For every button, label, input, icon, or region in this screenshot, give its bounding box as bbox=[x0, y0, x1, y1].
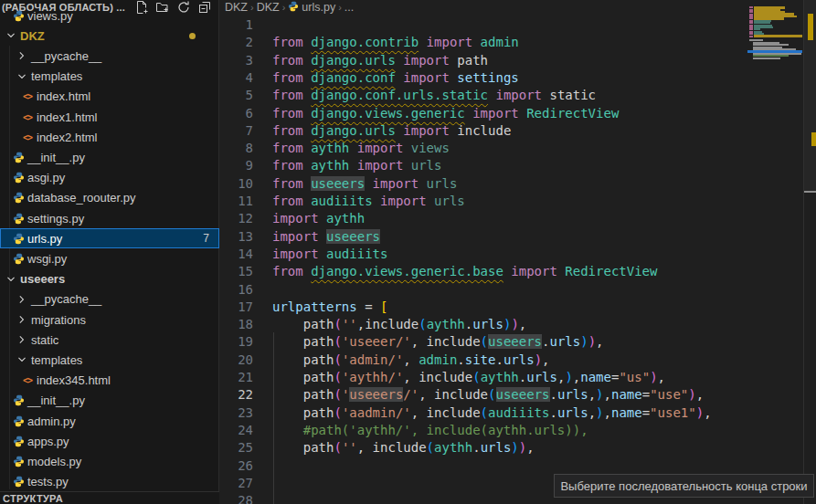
line-number: 3 bbox=[220, 52, 253, 69]
code-line-15[interactable]: 15from django.views.generic.base import … bbox=[220, 263, 805, 280]
code-line-26[interactable]: 26 bbox=[220, 457, 805, 475]
tree-item-index1.html[interactable]: <>index1.html bbox=[0, 107, 219, 127]
tree-item-label: templates bbox=[31, 69, 82, 83]
tree-item-wsgi.py[interactable]: wsgi.py bbox=[0, 248, 219, 268]
tree-item-views.py[interactable]: views.py bbox=[0, 5, 219, 26]
minimap[interactable] bbox=[749, 0, 802, 504]
tree-item-templates[interactable]: templates bbox=[0, 67, 219, 87]
code-line-8[interactable]: 8from aythh import views bbox=[220, 140, 805, 157]
code-line-2[interactable]: 2from django.contrib import admin bbox=[220, 34, 805, 51]
scrollbar-slider-edge bbox=[804, 191, 816, 193]
code-line-17[interactable]: 17urlpatterns = [ bbox=[220, 299, 805, 316]
code-line-20[interactable]: 20 path('admin/', admin.site.urls), bbox=[220, 352, 805, 369]
tree-item-settings.py[interactable]: settings.py bbox=[0, 208, 219, 228]
tree-item-label: index.html bbox=[37, 89, 90, 103]
tree-item-DKZ[interactable]: DKZ bbox=[0, 26, 219, 46]
breadcrumb-item-...[interactable]: ... bbox=[344, 1, 354, 14]
breadcrumb-item-DKZ[interactable]: DKZ bbox=[225, 1, 248, 14]
code-line-4[interactable]: 4from django.conf import settings bbox=[220, 69, 805, 87]
tree-item-tests.py[interactable]: tests.py bbox=[0, 472, 219, 491]
code-line-12[interactable]: 12import aythh bbox=[220, 210, 805, 227]
code-line-3[interactable]: 3from django.urls import path bbox=[220, 52, 805, 69]
code-area[interactable]: 12from django.contrib import admin3from … bbox=[220, 16, 816, 504]
breadcrumb-separator: › bbox=[250, 2, 254, 13]
code-text: from django.conf.urls.static import stat… bbox=[272, 87, 596, 104]
breadcrumb-label: DKZ bbox=[225, 1, 248, 14]
eol-sequence-tooltip: Выберите последовательность конца строки bbox=[554, 474, 814, 498]
tree-item-models.py[interactable]: models.py bbox=[0, 451, 219, 471]
tree-item-label: __init__.py bbox=[27, 151, 85, 164]
code-line-18[interactable]: 18 path('',include(aythh.urls)), bbox=[220, 316, 805, 333]
line-number: 10 bbox=[220, 175, 253, 193]
tree-item-urls.py[interactable]: urls.py7 bbox=[0, 228, 219, 248]
line-number: 14 bbox=[220, 246, 253, 263]
tree-item-asgi.py[interactable]: asgi.py bbox=[0, 168, 219, 188]
tree-item-__pycache__[interactable]: __pycache__ bbox=[0, 289, 219, 310]
tree-item-label: __init__.py bbox=[27, 394, 85, 407]
code-line-23[interactable]: 23 path('aadmin/', include(audiiits.urls… bbox=[220, 404, 805, 422]
tree-item-__init__.py[interactable]: __init__.py bbox=[0, 147, 219, 167]
code-line-24[interactable]: 24 #path('aythh/', include(aythh.urls)), bbox=[220, 422, 805, 439]
scrollbar[interactable] bbox=[803, 0, 816, 504]
python-file-icon bbox=[11, 191, 26, 205]
outline-title: СТРУКТУРА bbox=[0, 493, 63, 504]
chevron-right-icon bbox=[15, 292, 29, 307]
line-number: 24 bbox=[220, 422, 253, 439]
code-text: import aythh bbox=[272, 210, 365, 227]
tree-item-__init__.py[interactable]: __init__.py bbox=[0, 391, 219, 411]
code-text: from django.views.generic import Redirec… bbox=[272, 105, 619, 122]
tree-item-static[interactable]: static bbox=[0, 330, 219, 350]
html-file-icon: <> bbox=[20, 110, 35, 124]
code-line-11[interactable]: 11from audiiits import urls bbox=[220, 193, 805, 210]
code-line-25[interactable]: 25 path('', include(aythh.urls)), bbox=[220, 439, 805, 457]
python-file-icon bbox=[11, 251, 26, 266]
overview-warning-marker bbox=[808, 14, 813, 40]
line-number: 26 bbox=[220, 457, 253, 475]
code-line-9[interactable]: 9from aythh import urls bbox=[220, 157, 805, 174]
tree-item-label: models.py bbox=[27, 455, 81, 468]
code-text: from aythh import urls bbox=[272, 157, 441, 174]
tree-item-index.html[interactable]: <>index.html bbox=[0, 87, 219, 107]
tree-item-useeers[interactable]: useeers bbox=[0, 269, 219, 289]
outline-section-header[interactable]: СТРУКТУРА bbox=[0, 491, 219, 504]
breadcrumb-item-urls.py[interactable]: urls.py bbox=[288, 1, 335, 15]
code-line-6[interactable]: 6from django.views.generic import Redire… bbox=[220, 105, 805, 122]
tree-item-label: tests.py bbox=[27, 475, 69, 488]
code-line-5[interactable]: 5from django.conf.urls.static import sta… bbox=[220, 87, 805, 104]
python-file-icon bbox=[11, 150, 26, 164]
chevron-down-icon bbox=[4, 272, 18, 287]
tree-item-apps.py[interactable]: apps.py bbox=[0, 431, 219, 451]
chevron-down-icon bbox=[15, 69, 29, 84]
code-line-16[interactable]: 16 bbox=[220, 281, 805, 299]
line-number: 11 bbox=[220, 193, 253, 210]
code-line-13[interactable]: 13import useeers bbox=[220, 228, 805, 246]
code-line-7[interactable]: 7from django.urls import include bbox=[220, 122, 805, 140]
code-editor[interactable]: DKZ›DKZ›urls.py›... 12from django.contri… bbox=[220, 0, 816, 504]
tree-item-admin.py[interactable]: admin.py bbox=[0, 411, 219, 431]
tree-item-index2.html[interactable]: <>index2.html bbox=[0, 127, 219, 147]
tree-item-label: migrations bbox=[31, 313, 86, 327]
line-number: 27 bbox=[220, 475, 253, 492]
line-number: 9 bbox=[220, 157, 253, 174]
code-line-10[interactable]: 10from useeers import urls bbox=[220, 175, 805, 193]
code-text: from django.urls import include bbox=[272, 122, 511, 140]
line-number: 19 bbox=[220, 333, 253, 351]
line-number: 6 bbox=[220, 105, 253, 122]
tree-item-index345.html[interactable]: <>index345.html bbox=[0, 371, 219, 391]
tree-item-label: index345.html bbox=[37, 373, 111, 387]
code-line-19[interactable]: 19 path('useeer/', include(useeers.urls)… bbox=[220, 333, 805, 351]
line-number: 8 bbox=[220, 140, 253, 157]
code-line-14[interactable]: 14import audiiits bbox=[220, 246, 805, 263]
line-number: 18 bbox=[220, 316, 253, 333]
line-number: 28 bbox=[220, 492, 253, 504]
tree-item-database_roouter.py[interactable]: database_roouter.py bbox=[0, 188, 219, 208]
tree-item-migrations[interactable]: migrations bbox=[0, 310, 219, 330]
html-file-icon: <> bbox=[20, 89, 35, 104]
tree-item-templates[interactable]: templates bbox=[0, 350, 219, 370]
code-line-1[interactable]: 1 bbox=[220, 16, 805, 34]
breadcrumb-separator: › bbox=[282, 2, 286, 13]
tree-item-__pycache__[interactable]: __pycache__ bbox=[0, 46, 219, 66]
code-line-21[interactable]: 21 path('aythh/', include(aythh.urls,),n… bbox=[220, 369, 805, 386]
code-line-22[interactable]: 22 path('useeers/', include(useeers.urls… bbox=[220, 386, 805, 404]
breadcrumb-item-DKZ[interactable]: DKZ bbox=[257, 1, 280, 14]
